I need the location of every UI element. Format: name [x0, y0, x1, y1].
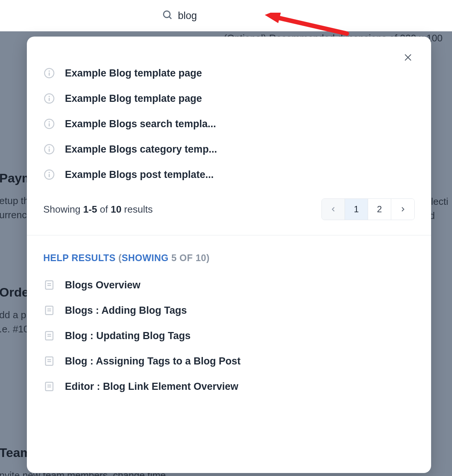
chevron-left-icon — [330, 206, 337, 213]
pager: 1 2 — [321, 198, 415, 220]
result-item[interactable]: Example Blog template page — [43, 60, 415, 86]
svg-point-0 — [164, 11, 170, 18]
info-icon — [43, 118, 55, 130]
help-results-header: HELP RESULTS (SHOWING 5 OF 10) — [43, 253, 415, 263]
info-icon — [43, 67, 55, 79]
result-item[interactable]: Example Blogs post template... — [43, 162, 415, 187]
bg-text: etup th — [0, 194, 29, 207]
help-result-item[interactable]: Blog : Updating Blog Tags — [43, 323, 415, 348]
svg-point-10 — [48, 96, 50, 97]
result-item[interactable]: Example Blogs category temp... — [43, 137, 415, 162]
pager-page-2[interactable]: 2 — [368, 199, 391, 220]
svg-rect-14 — [49, 123, 50, 126]
help-result-item[interactable]: Blogs Overview — [43, 272, 415, 298]
svg-point-16 — [48, 147, 50, 148]
help-result-label: Editor : Blog Link Element Overview — [65, 381, 238, 392]
info-icon — [43, 93, 55, 104]
help-result-item[interactable]: Editor : Blog Link Element Overview — [43, 374, 415, 399]
svg-point-7 — [48, 71, 50, 72]
svg-line-1 — [169, 17, 172, 19]
svg-rect-11 — [49, 98, 50, 101]
help-result-item[interactable]: Blog : Assigning Tags to a Blog Post — [43, 348, 415, 374]
showing-text: Showing 1-5 of 10 results — [43, 204, 153, 215]
svg-point-13 — [48, 121, 50, 123]
document-icon — [43, 381, 55, 392]
document-icon — [43, 304, 55, 316]
close-button[interactable] — [403, 52, 413, 63]
search-input[interactable] — [178, 10, 290, 22]
result-item[interactable]: Example Blog template page — [43, 86, 415, 111]
search-results-modal: Example Blog template page Example Blog … — [27, 37, 431, 473]
svg-point-19 — [48, 172, 50, 173]
result-label: Example Blogs category temp... — [65, 144, 217, 155]
svg-rect-17 — [49, 148, 50, 152]
result-label: Example Blogs search templa... — [65, 118, 216, 130]
help-result-label: Blog : Updating Blog Tags — [65, 330, 191, 342]
result-label: Example Blogs post template... — [65, 169, 214, 181]
help-result-item[interactable]: Blogs : Adding Blog Tags — [43, 298, 415, 323]
bg-text: .e. #10 — [0, 322, 29, 336]
bg-text: urrenci — [0, 208, 29, 222]
document-icon — [43, 330, 55, 342]
search-bar — [0, 0, 452, 31]
document-icon — [43, 279, 55, 291]
svg-rect-8 — [49, 72, 50, 76]
pager-next[interactable] — [391, 199, 414, 220]
bg-text: dd a pr — [0, 308, 29, 322]
pagination-row: Showing 1-5 of 10 results 1 2 — [27, 187, 431, 235]
chevron-right-icon — [399, 206, 406, 213]
search-icon — [162, 10, 173, 22]
page-results-section: Example Blog template page Example Blog … — [27, 37, 431, 187]
pager-prev[interactable] — [322, 199, 345, 220]
help-result-label: Blogs Overview — [65, 279, 141, 291]
info-icon — [43, 169, 55, 181]
pager-page-1[interactable]: 1 — [345, 199, 368, 220]
result-item[interactable]: Example Blogs search templa... — [43, 111, 415, 137]
result-label: Example Blog template page — [65, 68, 202, 79]
svg-rect-20 — [49, 174, 50, 177]
help-result-label: Blogs : Adding Blog Tags — [65, 305, 187, 316]
info-icon — [43, 143, 55, 155]
result-label: Example Blog template page — [65, 93, 202, 104]
help-results-section: HELP RESULTS (SHOWING 5 OF 10) Blogs Ove… — [27, 235, 431, 399]
document-icon — [43, 355, 55, 367]
help-result-label: Blog : Assigning Tags to a Blog Post — [65, 356, 241, 367]
